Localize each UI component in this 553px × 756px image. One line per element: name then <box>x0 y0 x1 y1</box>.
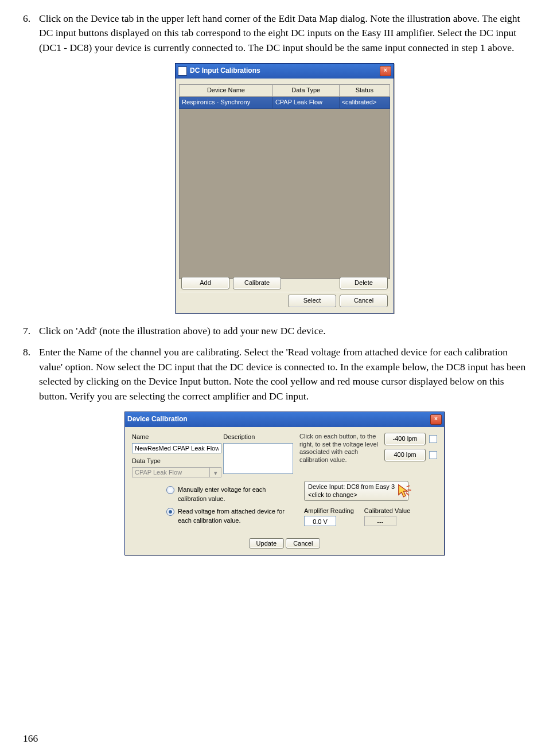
dialog2-titlebar: Device Calibration × <box>125 412 444 427</box>
cell-status: <calibrated> <box>339 97 390 109</box>
select-button[interactable]: Select <box>288 295 336 307</box>
device-calibration-dialog: Device Calibration × Name Data Type ▾ <box>124 412 445 556</box>
radio-read-label: Read voltage from attached device for ea… <box>178 507 287 526</box>
dialog2-title: Device Calibration <box>127 414 188 424</box>
data-type-select[interactable] <box>132 467 210 477</box>
figure-2-wrap: Device Calibration × Name Data Type ▾ <box>39 412 530 556</box>
radio-read[interactable]: Read voltage from attached device for ea… <box>166 507 287 526</box>
dialog1-titlebar: DC Input Calibrations × <box>176 64 394 79</box>
svg-marker-0 <box>399 485 408 497</box>
low-limit-checkbox[interactable] <box>429 435 437 443</box>
calibrate-button[interactable]: Calibrate <box>233 277 281 289</box>
radio-icon <box>166 486 174 494</box>
high-limit-button[interactable]: 400 lpm <box>384 449 426 461</box>
step-6: 6. Click on the Device tab in the upper … <box>23 11 530 314</box>
col-status[interactable]: Status <box>339 85 390 97</box>
cancel-button[interactable]: Cancel <box>340 295 388 307</box>
description-label: Description <box>223 433 299 442</box>
table-header-row: Device Name Data Type Status <box>180 85 390 97</box>
data-type-label: Data Type <box>132 457 223 466</box>
close-icon[interactable]: × <box>430 414 442 425</box>
device-input-line1: Device Input: DC8 from Easy 3 <box>308 483 395 490</box>
cal-value-label: Calibrated Value <box>364 507 411 516</box>
update-button[interactable]: Update <box>249 538 284 549</box>
cell-device-name: Respironics - Synchrony <box>180 97 273 109</box>
table-row[interactable]: Respironics - Synchrony CPAP Leak Flow <… <box>180 97 390 109</box>
low-limit-button[interactable]: -400 lpm <box>384 433 426 445</box>
cell-data-type: CPAP Leak Flow <box>272 97 339 109</box>
device-input-line2: <click to change> <box>308 491 357 498</box>
step-7: 7. Click on 'Add' (note the illustration… <box>23 324 530 338</box>
name-label: Name <box>132 433 223 442</box>
name-input[interactable] <box>132 443 221 453</box>
voltage-source-radiogroup: Manually enter voltage for each calibrat… <box>166 485 287 529</box>
step-6-number: 6. <box>23 11 30 26</box>
step-8: 8. Enter the Name of the channel you are… <box>23 345 530 555</box>
chevron-down-icon[interactable]: ▾ <box>210 467 221 477</box>
add-button[interactable]: Add <box>181 277 229 289</box>
figure-1-wrap: DC Input Calibrations × Device Name Data… <box>39 63 530 314</box>
app-icon <box>178 66 187 76</box>
dc-input-calibrations-dialog: DC Input Calibrations × Device Name Data… <box>175 63 394 314</box>
device-list-table: Device Name Data Type Status Respironics… <box>179 84 390 272</box>
step-7-text: Click on 'Add' (note the illustration ab… <box>39 325 326 336</box>
list-empty-area[interactable] <box>179 109 390 279</box>
radio-icon <box>166 508 174 516</box>
col-device-name[interactable]: Device Name <box>180 85 273 97</box>
close-icon[interactable]: × <box>380 66 391 76</box>
cal-value-value: --- <box>364 516 396 526</box>
radio-manual[interactable]: Manually enter voltage for each calibrat… <box>166 485 287 504</box>
cursor-icon <box>398 484 414 500</box>
step-6-text: Click on the Device tab in the upper lef… <box>39 13 520 53</box>
device-input-button[interactable]: Device Input: DC8 from Easy 3 <click to … <box>304 481 408 502</box>
col-data-type[interactable]: Data Type <box>272 85 339 97</box>
radio-manual-label: Manually enter voltage for each calibrat… <box>178 485 287 504</box>
dialog1-title: DC Input Calibrations <box>190 66 260 76</box>
amp-reading-value: 0.0 V <box>304 516 336 526</box>
step-8-number: 8. <box>23 345 30 359</box>
amp-reading-label: Amplifier Reading <box>304 507 354 516</box>
step-7-number: 7. <box>23 324 30 338</box>
description-textarea[interactable] <box>223 443 293 474</box>
delete-button[interactable]: Delete <box>340 277 388 289</box>
step-8-text: Enter the Name of the channel you are ca… <box>39 346 525 401</box>
high-limit-checkbox[interactable] <box>429 451 437 459</box>
cancel-button[interactable]: Cancel <box>286 538 320 549</box>
instructions-text: Click on each button, to the right, to s… <box>299 433 380 477</box>
